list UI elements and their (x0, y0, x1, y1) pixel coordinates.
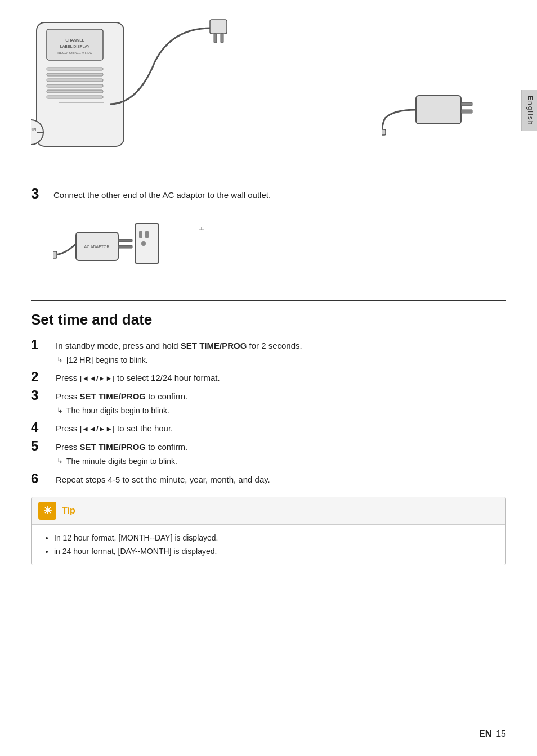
step1-text-after: for 2 seconds. (247, 341, 302, 350)
instruction-item-4: 4 Press |◄◄/►►| to set the hour. (31, 420, 506, 435)
step-num-2: 2 (31, 370, 56, 384)
step-num-3: 3 (31, 388, 56, 403)
step3-container: 3 Connect the other end of the AC adapto… (31, 186, 506, 202)
step-content-3: Press SET TIME/PROG to confirm. ↳ The ho… (56, 388, 187, 417)
svg-rect-26 (118, 239, 132, 242)
power-adapter-svg (382, 73, 495, 141)
step-content-5: Press SET TIME/PROG to confirm. ↳ The mi… (56, 439, 187, 467)
tip-item-1: In 12 hour format, [MONTH--DAY] is displ… (54, 532, 494, 545)
tip-list: In 12 hour format, [MONTH--DAY] is displ… (54, 532, 494, 559)
svg-rect-16 (214, 34, 217, 43)
step-content-4: Press |◄◄/►►| to set the hour. (56, 420, 173, 435)
section-divider (31, 300, 506, 301)
step5-text-after: to confirm. (146, 442, 187, 452)
step5-text-before: Press (56, 442, 80, 452)
page-footer: EN 15 (479, 729, 506, 739)
svg-rect-19 (416, 96, 461, 124)
step1-text-before: In standby mode, press and hold (56, 341, 181, 350)
svg-rect-7 (47, 79, 103, 82)
instruction-list: 1 In standby mode, press and hold SET TI… (31, 338, 506, 487)
arrow-icon-3: ↳ (57, 405, 63, 417)
step4-bold: |◄◄/►►| (80, 425, 115, 433)
footer-page: 15 (496, 729, 506, 739)
instruction-item-3: 3 Press SET TIME/PROG to confirm. ↳ The … (31, 388, 506, 417)
step2-text-after: to select 12/24 hour format. (115, 373, 220, 382)
step-num-1: 1 (31, 338, 56, 352)
svg-rect-17 (221, 34, 223, 43)
footer-lang: EN (479, 729, 491, 739)
svg-rect-10 (47, 96, 103, 98)
tip-header: ✳ Tip (32, 497, 505, 525)
step5-sub-text: The minute digits begin to blink. (66, 455, 177, 467)
language-tab: English (521, 90, 537, 131)
svg-text:□□: □□ (199, 226, 204, 231)
step-num-6: 6 (31, 471, 56, 486)
step1-sub: ↳ [12 HR] begins to blink. (57, 354, 302, 366)
svg-text:CHANNEL: CHANNEL (65, 38, 84, 42)
step5-bold: SET TIME/PROG (80, 442, 146, 452)
cable-plug-svg: ~ (110, 17, 290, 174)
tip-icon: ✳ (38, 502, 56, 520)
step4-text-after: to set the hour. (115, 424, 173, 433)
step6-text: Repeat steps 4-5 to set the minute, year… (56, 475, 270, 484)
svg-text:LABEL DISPLAY: LABEL DISPLAY (60, 44, 90, 48)
svg-rect-28 (135, 224, 159, 263)
svg-rect-9 (47, 90, 103, 93)
adapter-illustration: AC ADAPTOR □□ (53, 210, 506, 283)
instruction-item-6: 6 Repeat steps 4-5 to set the minute, ye… (31, 471, 506, 487)
step-content-6: Repeat steps 4-5 to set the minute, year… (56, 471, 270, 487)
svg-text:RECORDING... ● REC: RECORDING... ● REC (57, 51, 92, 55)
tip-item-2: in 24 hour format, [DAY--MONTH] is displ… (54, 545, 494, 559)
step5-sub: ↳ The minute digits begin to blink. (57, 455, 187, 467)
arrow-icon-5: ↳ (57, 456, 63, 467)
step1-sub-text: [12 HR] begins to blink. (66, 354, 148, 366)
section-heading: Set time and date (31, 311, 506, 328)
step3-bold: SET TIME/PROG (80, 392, 146, 401)
device-illustration: CHANNEL LABEL DISPLAY RECORDING... ● REC… (31, 17, 506, 174)
step4-text-before: Press (56, 424, 80, 433)
svg-rect-23 (53, 251, 57, 258)
step3-sub: ↳ The hour digits begin to blink. (57, 404, 187, 417)
step1-bold: SET TIME/PROG (181, 341, 247, 350)
svg-rect-6 (47, 73, 103, 76)
svg-rect-8 (47, 84, 103, 87)
step2-bold: |◄◄/►►| (80, 374, 115, 382)
instruction-item-5: 5 Press SET TIME/PROG to confirm. ↳ The … (31, 439, 506, 467)
tip-title: Tip (62, 506, 75, 516)
step-num-5: 5 (31, 439, 56, 453)
svg-rect-30 (145, 231, 149, 238)
instruction-item-2: 2 Press |◄◄/►►| to select 12/24 hour for… (31, 370, 506, 385)
step-content-2: Press |◄◄/►►| to select 12/24 hour forma… (56, 370, 220, 385)
svg-rect-20 (461, 102, 472, 106)
svg-rect-5 (47, 68, 103, 70)
step3-text-after: to confirm. (146, 392, 187, 401)
arrow-icon-1: ↳ (57, 354, 63, 366)
step3-text: Connect the other end of the AC adaptor … (53, 186, 271, 202)
step3-sub-text: The hour digits begin to blink. (66, 404, 169, 417)
instruction-item-1: 1 In standby mode, press and hold SET TI… (31, 338, 506, 366)
tip-box: ✳ Tip In 12 hour format, [MONTH--DAY] is… (31, 497, 506, 566)
tip-body: In 12 hour format, [MONTH--DAY] is displ… (32, 525, 505, 565)
svg-rect-22 (382, 129, 386, 135)
svg-text:DC IN: DC IN (31, 127, 36, 131)
svg-rect-29 (139, 231, 142, 238)
step3-text-before: Press (56, 392, 80, 401)
svg-text:~: ~ (217, 24, 220, 28)
step-num-4: 4 (31, 420, 56, 435)
svg-rect-31 (141, 241, 146, 246)
svg-rect-27 (118, 245, 132, 248)
step2-text-before: Press (56, 373, 80, 382)
step-content-1: In standby mode, press and hold SET TIME… (56, 338, 302, 366)
svg-rect-21 (461, 110, 472, 113)
svg-text:AC ADAPTOR: AC ADAPTOR (84, 245, 110, 249)
step3-number: 3 (31, 186, 53, 202)
adapter-wall-svg: AC ADAPTOR □□ (53, 210, 211, 277)
